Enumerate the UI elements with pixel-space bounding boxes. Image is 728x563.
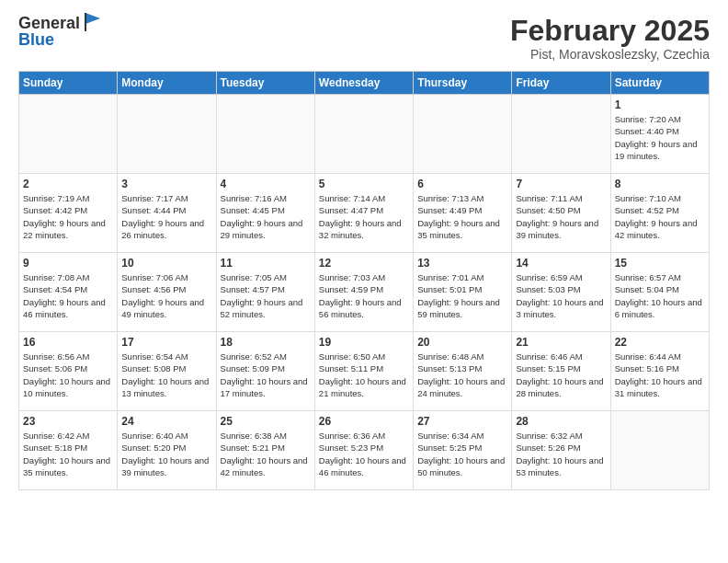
day-cell-3-3: 19Sunrise: 6:50 AM Sunset: 5:11 PM Dayli…	[314, 332, 413, 411]
day-cell-1-5: 7Sunrise: 7:11 AM Sunset: 4:50 PM Daylig…	[512, 174, 610, 253]
day-info-14: Sunrise: 6:59 AM Sunset: 5:03 PM Dayligh…	[516, 271, 606, 320]
col-sunday: Sunday	[19, 72, 118, 95]
col-friday: Friday	[512, 72, 610, 95]
calendar-subtitle: Pist, Moravskoslezsky, Czechia	[510, 47, 710, 62]
day-info-7: Sunrise: 7:11 AM Sunset: 4:50 PM Dayligh…	[516, 192, 606, 241]
day-cell-1-3: 5Sunrise: 7:14 AM Sunset: 4:47 PM Daylig…	[314, 174, 413, 253]
week-row-1: 2Sunrise: 7:19 AM Sunset: 4:42 PM Daylig…	[19, 174, 710, 253]
day-cell-1-6: 8Sunrise: 7:10 AM Sunset: 4:52 PM Daylig…	[610, 174, 709, 253]
day-cell-4-4: 27Sunrise: 6:34 AM Sunset: 5:25 PM Dayli…	[414, 411, 512, 490]
day-info-24: Sunrise: 6:40 AM Sunset: 5:20 PM Dayligh…	[121, 430, 211, 478]
day-cell-0-2	[216, 95, 314, 174]
day-info-12: Sunrise: 7:03 AM Sunset: 4:59 PM Dayligh…	[319, 271, 409, 320]
day-number-4: 4	[221, 178, 311, 190]
day-info-5: Sunrise: 7:14 AM Sunset: 4:47 PM Dayligh…	[319, 192, 409, 241]
day-cell-4-6	[610, 411, 709, 490]
day-number-9: 9	[23, 257, 113, 270]
day-number-1: 1	[615, 98, 705, 111]
day-info-3: Sunrise: 7:17 AM Sunset: 4:44 PM Dayligh…	[121, 192, 211, 241]
page: General Blue February 2025 Pist, Moravsk…	[0, 0, 728, 563]
day-number-24: 24	[121, 415, 211, 428]
day-number-25: 25	[221, 415, 311, 428]
day-info-2: Sunrise: 7:19 AM Sunset: 4:42 PM Dayligh…	[23, 192, 113, 241]
calendar-table: Sunday Monday Tuesday Wednesday Thursday…	[18, 71, 710, 490]
day-cell-1-4: 6Sunrise: 7:13 AM Sunset: 4:49 PM Daylig…	[414, 174, 512, 253]
day-cell-3-4: 20Sunrise: 6:48 AM Sunset: 5:13 PM Dayli…	[414, 332, 512, 411]
week-row-0: 1Sunrise: 7:20 AM Sunset: 4:40 PM Daylig…	[19, 95, 710, 174]
logo: General Blue	[18, 15, 104, 48]
day-number-18: 18	[221, 336, 311, 349]
day-cell-1-1: 3Sunrise: 7:17 AM Sunset: 4:44 PM Daylig…	[118, 174, 216, 253]
day-info-26: Sunrise: 6:36 AM Sunset: 5:23 PM Dayligh…	[319, 430, 409, 478]
day-cell-0-5	[512, 95, 610, 174]
col-saturday: Saturday	[610, 72, 709, 95]
day-cell-3-5: 21Sunrise: 6:46 AM Sunset: 5:15 PM Dayli…	[512, 332, 610, 411]
day-info-15: Sunrise: 6:57 AM Sunset: 5:04 PM Dayligh…	[615, 271, 705, 320]
col-wednesday: Wednesday	[314, 72, 413, 95]
day-info-27: Sunrise: 6:34 AM Sunset: 5:25 PM Dayligh…	[417, 430, 507, 478]
day-cell-3-1: 17Sunrise: 6:54 AM Sunset: 5:08 PM Dayli…	[118, 332, 216, 411]
day-cell-4-3: 26Sunrise: 6:36 AM Sunset: 5:23 PM Dayli…	[314, 411, 413, 490]
day-info-25: Sunrise: 6:38 AM Sunset: 5:21 PM Dayligh…	[221, 430, 311, 478]
day-cell-2-0: 9Sunrise: 7:08 AM Sunset: 4:54 PM Daylig…	[19, 253, 118, 332]
day-cell-3-2: 18Sunrise: 6:52 AM Sunset: 5:09 PM Dayli…	[216, 332, 314, 411]
week-row-4: 23Sunrise: 6:42 AM Sunset: 5:18 PM Dayli…	[19, 411, 710, 490]
day-number-26: 26	[319, 415, 409, 428]
day-cell-3-0: 16Sunrise: 6:56 AM Sunset: 5:06 PM Dayli…	[19, 332, 118, 411]
day-info-8: Sunrise: 7:10 AM Sunset: 4:52 PM Dayligh…	[615, 192, 705, 241]
day-info-16: Sunrise: 6:56 AM Sunset: 5:06 PM Dayligh…	[23, 350, 113, 399]
week-row-2: 9Sunrise: 7:08 AM Sunset: 4:54 PM Daylig…	[19, 253, 710, 332]
week-row-3: 16Sunrise: 6:56 AM Sunset: 5:06 PM Dayli…	[19, 332, 710, 411]
day-number-13: 13	[417, 257, 507, 270]
day-number-22: 22	[615, 336, 705, 349]
day-info-4: Sunrise: 7:16 AM Sunset: 4:45 PM Dayligh…	[221, 192, 311, 241]
day-cell-4-0: 23Sunrise: 6:42 AM Sunset: 5:18 PM Dayli…	[19, 411, 118, 490]
day-info-13: Sunrise: 7:01 AM Sunset: 5:01 PM Dayligh…	[417, 271, 507, 320]
calendar-title: February 2025	[510, 15, 710, 47]
day-number-21: 21	[516, 336, 606, 349]
day-cell-0-6: 1Sunrise: 7:20 AM Sunset: 4:40 PM Daylig…	[610, 95, 709, 174]
day-number-12: 12	[319, 257, 409, 270]
day-number-6: 6	[417, 178, 507, 190]
day-cell-4-5: 28Sunrise: 6:32 AM Sunset: 5:26 PM Dayli…	[512, 411, 610, 490]
day-cell-1-0: 2Sunrise: 7:19 AM Sunset: 4:42 PM Daylig…	[19, 174, 118, 253]
day-cell-2-6: 15Sunrise: 6:57 AM Sunset: 5:04 PM Dayli…	[610, 253, 709, 332]
day-cell-0-4	[414, 95, 512, 174]
day-info-18: Sunrise: 6:52 AM Sunset: 5:09 PM Dayligh…	[221, 350, 311, 399]
day-number-17: 17	[121, 336, 211, 349]
day-number-10: 10	[121, 257, 211, 270]
calendar-header-row: Sunday Monday Tuesday Wednesday Thursday…	[19, 72, 710, 95]
day-cell-0-1	[118, 95, 216, 174]
col-thursday: Thursday	[414, 72, 512, 95]
day-info-22: Sunrise: 6:44 AM Sunset: 5:16 PM Dayligh…	[615, 350, 705, 399]
day-cell-0-3	[314, 95, 413, 174]
day-number-20: 20	[417, 336, 507, 349]
day-cell-1-2: 4Sunrise: 7:16 AM Sunset: 4:45 PM Daylig…	[216, 174, 314, 253]
title-block: February 2025 Pist, Moravskoslezsky, Cze…	[510, 15, 710, 62]
day-number-27: 27	[417, 415, 507, 428]
day-number-28: 28	[516, 415, 606, 428]
day-cell-2-3: 12Sunrise: 7:03 AM Sunset: 4:59 PM Dayli…	[314, 253, 413, 332]
day-number-15: 15	[615, 257, 705, 270]
logo-flag-icon	[82, 11, 104, 33]
day-info-19: Sunrise: 6:50 AM Sunset: 5:11 PM Dayligh…	[319, 350, 409, 399]
day-info-1: Sunrise: 7:20 AM Sunset: 4:40 PM Dayligh…	[615, 113, 705, 162]
day-info-17: Sunrise: 6:54 AM Sunset: 5:08 PM Dayligh…	[121, 350, 211, 399]
day-number-23: 23	[23, 415, 113, 428]
day-cell-3-6: 22Sunrise: 6:44 AM Sunset: 5:16 PM Dayli…	[610, 332, 709, 411]
header: General Blue February 2025 Pist, Moravsk…	[18, 15, 710, 62]
day-info-20: Sunrise: 6:48 AM Sunset: 5:13 PM Dayligh…	[417, 350, 507, 399]
day-info-9: Sunrise: 7:08 AM Sunset: 4:54 PM Dayligh…	[23, 271, 113, 320]
day-number-3: 3	[121, 178, 211, 190]
day-info-11: Sunrise: 7:05 AM Sunset: 4:57 PM Dayligh…	[221, 271, 311, 320]
svg-marker-0	[85, 13, 100, 24]
day-number-2: 2	[23, 178, 113, 190]
day-number-8: 8	[615, 178, 705, 190]
day-info-10: Sunrise: 7:06 AM Sunset: 4:56 PM Dayligh…	[121, 271, 211, 320]
day-number-14: 14	[516, 257, 606, 270]
day-cell-4-1: 24Sunrise: 6:40 AM Sunset: 5:20 PM Dayli…	[118, 411, 216, 490]
day-info-28: Sunrise: 6:32 AM Sunset: 5:26 PM Dayligh…	[516, 430, 606, 478]
day-cell-0-0	[19, 95, 118, 174]
col-tuesday: Tuesday	[216, 72, 314, 95]
day-number-7: 7	[516, 178, 606, 190]
